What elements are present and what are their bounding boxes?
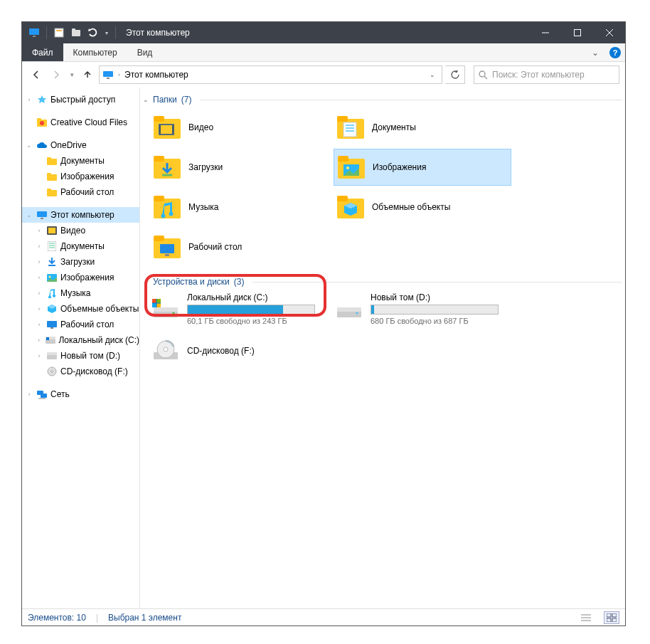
drive-icon (335, 295, 363, 323)
svg-rect-26 (48, 228, 55, 233)
folder-3d[interactable]: Объемные объекты (334, 189, 511, 226)
svg-rect-74 (154, 307, 178, 312)
svg-rect-4 (72, 30, 80, 36)
folder-videos[interactable]: Видео (150, 109, 328, 146)
desktop-folder-icon (153, 233, 181, 261)
view-tiles-button[interactable] (604, 611, 619, 624)
tree-music[interactable]: ›Музыка (22, 285, 139, 301)
svg-point-42 (51, 371, 53, 373)
tree-onedrive-desktop[interactable]: ›Рабочий стол (22, 184, 139, 200)
ribbon-tabs: Файл Компьютер Вид ⌄ ? (22, 43, 625, 62)
tree-creative-cloud[interactable]: › Creative Cloud Files (22, 115, 139, 130)
qat-new-folder-icon[interactable] (68, 25, 84, 41)
explorer-window: ▾ Этот компьютер Файл Компьютер Вид ⌄ ? … (21, 21, 626, 626)
creative-cloud-icon (36, 117, 48, 128)
folder-pictures[interactable]: Изображения (334, 149, 511, 186)
address-this-pc-icon (102, 69, 114, 80)
folder-desktop[interactable]: Рабочий стол (150, 228, 328, 265)
drive-c-usage-bar (187, 305, 315, 315)
cd-icon (46, 366, 58, 377)
tree-3d[interactable]: ›Объемные объекты (22, 301, 139, 317)
svg-rect-44 (41, 394, 47, 398)
qat-dropdown-icon[interactable]: ▾ (102, 25, 111, 41)
tab-computer[interactable]: Компьютер (63, 43, 127, 61)
tree-drive-c[interactable]: ›Локальный диск (C:) (22, 332, 139, 348)
history-dropdown-icon[interactable]: ▾ (68, 71, 76, 78)
folder-icon (46, 155, 58, 167)
chevron-icon[interactable]: › (118, 71, 120, 78)
svg-rect-66 (154, 196, 164, 201)
refresh-button[interactable] (445, 65, 465, 84)
folder-downloads[interactable]: Загрузки (150, 149, 328, 186)
qat-undo-icon[interactable] (85, 25, 101, 41)
minimize-button[interactable] (529, 22, 561, 43)
view-details-button[interactable] (578, 611, 594, 624)
help-button[interactable]: ? (605, 43, 625, 61)
status-bar: Элементов: 10 | Выбран 1 элемент (22, 608, 625, 625)
folder-icon (46, 186, 58, 198)
ribbon-expand-icon[interactable]: ⌄ (585, 43, 605, 61)
pictures-icon (46, 272, 58, 283)
tree-quick-access[interactable]: › Быстрый доступ (22, 92, 139, 107)
quick-access-toolbar: ▾ (22, 25, 123, 41)
svg-rect-24 (41, 218, 43, 219)
maximize-button[interactable] (561, 22, 593, 43)
svg-rect-59 (154, 156, 164, 162)
file-tab[interactable]: Файл (22, 43, 63, 61)
documents-folder-icon (336, 113, 365, 142)
svg-rect-34 (47, 321, 57, 327)
documents-icon (46, 241, 58, 252)
tree-onedrive[interactable]: ⌄ OneDrive (22, 137, 139, 153)
videos-folder-icon (153, 113, 181, 142)
tree-network[interactable]: › Сеть (22, 386, 139, 402)
cd-drive-icon (151, 337, 180, 365)
drive-c[interactable]: Локальный диск (C:) 60,1 ГБ свободно из … (150, 291, 328, 327)
svg-rect-50 (159, 125, 161, 134)
tree-desktop[interactable]: ›Рабочий стол (22, 317, 139, 332)
qat-properties-icon[interactable] (51, 25, 67, 41)
address-dropdown-icon[interactable]: ⌄ (426, 71, 439, 78)
tab-view[interactable]: Вид (127, 43, 163, 61)
svg-rect-39 (47, 354, 57, 359)
svg-point-64 (346, 167, 349, 169)
drive-icon (46, 334, 56, 346)
svg-rect-71 (160, 244, 174, 253)
svg-rect-79 (157, 304, 161, 308)
tree-pictures[interactable]: ›Изображения (22, 270, 139, 285)
tree-documents[interactable]: ›Документы (22, 238, 139, 254)
svg-rect-82 (337, 307, 361, 312)
back-button[interactable] (28, 66, 45, 83)
tree-drive-cd[interactable]: ›CD-дисковод (F:) (22, 364, 139, 379)
address-location: Этот компьютер (124, 70, 422, 80)
group-drives-header[interactable]: ⌄ Устройства и диски (3) (143, 277, 622, 287)
tree-downloads[interactable]: ›Загрузки (22, 254, 139, 270)
svg-point-12 (479, 71, 485, 77)
svg-rect-10 (103, 71, 113, 77)
qat-this-pc-icon[interactable] (26, 25, 42, 41)
onedrive-icon (36, 139, 48, 151)
tree-drive-d[interactable]: ›Новый том (D:) (22, 348, 139, 364)
forward-button[interactable] (48, 66, 65, 83)
search-input[interactable] (492, 70, 614, 80)
tree-onedrive-pictures[interactable]: ›Изображения (22, 169, 139, 184)
tree-this-pc[interactable]: ⌄ Этот компьютер (22, 207, 139, 223)
tree-onedrive-documents[interactable]: ›Документы (22, 153, 139, 169)
svg-rect-11 (107, 78, 110, 79)
svg-point-80 (173, 312, 175, 315)
tree-videos[interactable]: ›Видео (22, 223, 139, 238)
svg-rect-93 (612, 618, 617, 622)
folder-documents[interactable]: Документы (334, 109, 511, 146)
close-button[interactable] (593, 22, 625, 43)
svg-rect-51 (172, 125, 174, 134)
drive-d[interactable]: Новый том (D:) 680 ГБ свободно из 687 ГБ (334, 291, 511, 327)
up-button[interactable] (79, 66, 96, 83)
svg-line-13 (484, 76, 487, 79)
folder-music[interactable]: Музыка (150, 189, 328, 226)
search-box[interactable] (474, 65, 619, 84)
address-bar[interactable]: › Этот компьютер ⌄ (99, 65, 442, 84)
music-folder-icon (153, 193, 181, 221)
body: › Быстрый доступ › Creative Cloud Files … (22, 88, 625, 608)
group-folders-header[interactable]: ⌄ Папки (7) (143, 95, 622, 105)
chevron-down-icon: ⌄ (143, 96, 149, 103)
drive-cd[interactable]: CD-дисковод (F:) (150, 335, 328, 366)
